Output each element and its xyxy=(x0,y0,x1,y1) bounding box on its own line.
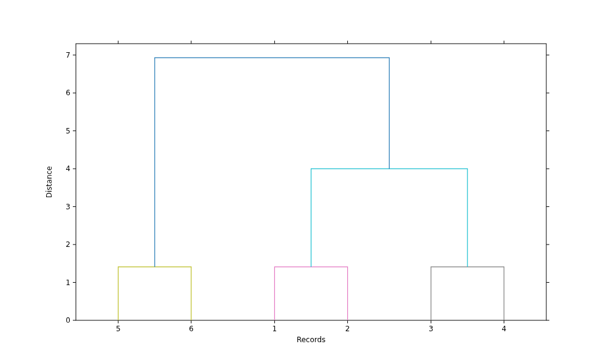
dendrogram-link xyxy=(155,58,389,267)
y-tick-label: 3 xyxy=(66,203,70,211)
dendrogram-links xyxy=(118,58,504,320)
dendrogram-link xyxy=(118,267,191,320)
dendrogram-link xyxy=(274,267,347,320)
dendrogram-link xyxy=(311,169,468,267)
chart-svg: 01234567 561234 Records Distance xyxy=(0,0,607,364)
x-tick-label: 5 xyxy=(116,325,121,333)
y-tick-label: 5 xyxy=(66,127,70,135)
y-tick-label: 4 xyxy=(66,164,70,173)
x-tick-label: 2 xyxy=(345,325,350,333)
y-axis-label: Distance xyxy=(45,166,53,198)
y-tick-label: 2 xyxy=(66,240,70,249)
y-tick-label: 6 xyxy=(66,89,70,97)
dendrogram-link xyxy=(431,267,504,320)
y-tick-label: 7 xyxy=(66,51,70,59)
x-tick-label: 3 xyxy=(429,325,433,333)
y-axis-ticks: 01234567 xyxy=(66,51,549,325)
x-axis-label: Records xyxy=(297,335,326,344)
dendrogram-chart: 01234567 561234 Records Distance xyxy=(0,0,607,364)
y-tick-label: 1 xyxy=(66,278,70,287)
x-tick-label: 4 xyxy=(501,325,506,333)
y-tick-label: 0 xyxy=(66,316,70,325)
x-tick-label: 6 xyxy=(189,325,194,333)
x-tick-label: 1 xyxy=(273,325,277,333)
